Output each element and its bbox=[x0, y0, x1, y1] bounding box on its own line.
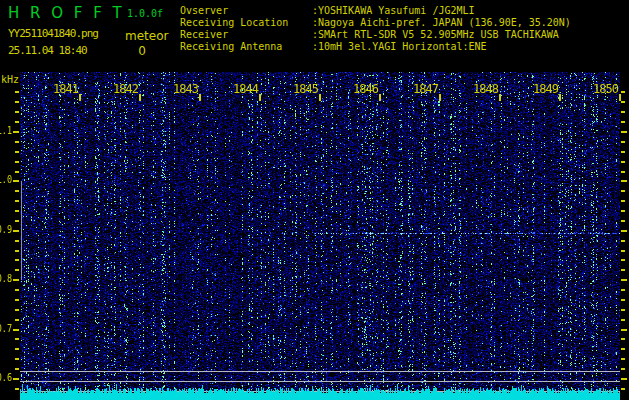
y-axis-label: 0.9 bbox=[0, 224, 12, 235]
x-axis-label: 1846 bbox=[353, 82, 378, 96]
y-axis-label: 1.0 bbox=[0, 174, 12, 185]
x-axis-tick bbox=[199, 94, 201, 101]
y-axis-tick-right bbox=[621, 299, 625, 301]
y-axis-tick-right bbox=[621, 338, 625, 340]
y-axis-tick-right bbox=[621, 250, 625, 252]
y-axis-label: 0.6 bbox=[0, 372, 12, 383]
y-axis-tick bbox=[15, 269, 19, 271]
spectrogram-canvas bbox=[20, 72, 620, 400]
info-row-observer: Ovserver:YOSHIKAWA Yasufumi /JG2MLI bbox=[180, 5, 571, 17]
y-axis-tick-right bbox=[621, 200, 625, 202]
mode-label: meteor bbox=[125, 29, 168, 43]
y-axis-unit: kHz bbox=[1, 74, 19, 85]
info-label: Ovserver bbox=[180, 5, 312, 17]
y-axis-tick-right bbox=[621, 358, 625, 360]
y-axis-tick bbox=[13, 329, 19, 331]
x-axis-tick bbox=[439, 94, 441, 101]
x-axis-label: 1850 bbox=[593, 82, 618, 96]
y-axis-tick-right bbox=[621, 230, 627, 232]
y-axis-tick-right bbox=[621, 220, 625, 222]
y-axis-tick-right bbox=[621, 101, 625, 103]
y-axis-tick-right bbox=[621, 378, 627, 380]
y-axis-tick bbox=[15, 91, 19, 93]
y-axis-tick bbox=[15, 200, 19, 202]
y-axis-tick-right bbox=[621, 180, 627, 182]
y-axis-tick bbox=[15, 240, 19, 242]
y-axis-tick bbox=[15, 309, 19, 311]
x-axis-label: 1849 bbox=[533, 82, 558, 96]
x-axis-tick bbox=[499, 94, 501, 101]
x-axis-tick bbox=[319, 94, 321, 101]
y-axis-tick bbox=[15, 388, 19, 390]
y-axis-tick-right bbox=[621, 190, 625, 192]
y-axis-tick bbox=[15, 319, 19, 321]
y-axis-tick bbox=[15, 368, 19, 370]
x-axis-tick bbox=[559, 94, 561, 101]
app-version: 1.0.0f bbox=[127, 8, 163, 19]
y-axis-tick-right bbox=[621, 348, 625, 350]
y-axis-label: 0.8 bbox=[0, 273, 12, 284]
y-axis-label: 1.1 bbox=[0, 125, 12, 136]
y-axis-label: 0.7 bbox=[0, 323, 12, 334]
y-axis-tick-right bbox=[621, 368, 625, 370]
x-axis-label: 1843 bbox=[173, 82, 198, 96]
y-axis-tick bbox=[13, 230, 19, 232]
info-row-antenna: Receiving Antenna:10mH 3el.YAGI Horizont… bbox=[180, 41, 571, 53]
x-axis-label: 1842 bbox=[113, 82, 138, 96]
x-axis-label: 1844 bbox=[233, 82, 258, 96]
x-axis-tick bbox=[379, 94, 381, 101]
y-axis-tick-right bbox=[621, 279, 627, 281]
info-value: :Nagoya Aichi-pref. JAPAN (136.90E, 35.2… bbox=[312, 17, 571, 28]
output-filename: YY2511041840.png bbox=[8, 27, 98, 40]
y-axis-tick bbox=[15, 161, 19, 163]
y-axis-tick bbox=[15, 299, 19, 301]
info-label: Receiver bbox=[180, 29, 312, 41]
y-axis-tick-right bbox=[621, 259, 625, 261]
y-axis-tick bbox=[13, 279, 19, 281]
y-axis-tick bbox=[13, 378, 19, 380]
y-axis-tick bbox=[15, 141, 19, 143]
y-axis-tick-right bbox=[621, 388, 625, 390]
x-axis-tick bbox=[79, 94, 81, 101]
y-axis-tick bbox=[15, 190, 19, 192]
y-axis-tick bbox=[15, 338, 19, 340]
y-axis-tick bbox=[15, 220, 19, 222]
y-axis-tick bbox=[15, 289, 19, 291]
y-axis-tick-right bbox=[621, 289, 625, 291]
x-axis-label: 1847 bbox=[413, 82, 438, 96]
info-value: :10mH 3el.YAGI Horizontal:ENE bbox=[312, 41, 487, 52]
station-info: Ovserver:YOSHIKAWA Yasufumi /JG2MLI Rece… bbox=[180, 5, 571, 53]
meteor-count: 0 bbox=[130, 44, 154, 58]
y-axis-tick-right bbox=[621, 141, 625, 143]
y-axis-tick bbox=[13, 180, 19, 182]
y-axis-tick bbox=[15, 121, 19, 123]
y-axis-tick bbox=[15, 101, 19, 103]
y-axis-tick bbox=[15, 210, 19, 212]
y-axis-tick bbox=[13, 131, 19, 133]
y-axis-tick-right bbox=[621, 121, 625, 123]
info-value: :YOSHIKAWA Yasufumi /JG2MLI bbox=[312, 5, 475, 16]
y-axis-tick-right bbox=[621, 309, 625, 311]
y-axis-tick-right bbox=[621, 151, 625, 153]
info-row-location: Receiving Location:Nagoya Aichi-pref. JA… bbox=[180, 17, 571, 29]
y-axis-tick-right bbox=[621, 210, 625, 212]
app-title: H R O F F T bbox=[8, 4, 125, 22]
y-axis-tick-right bbox=[621, 319, 625, 321]
y-axis-tick bbox=[15, 151, 19, 153]
y-axis-tick bbox=[15, 111, 19, 113]
y-axis-tick-right bbox=[621, 111, 625, 113]
x-axis-label: 1848 bbox=[473, 82, 498, 96]
y-axis-tick-right bbox=[621, 171, 625, 173]
info-value: :SMArt RTL-SDR V5 52.905MHz USB TACHIKAW… bbox=[312, 29, 559, 40]
y-axis-tick-right bbox=[621, 240, 625, 242]
y-axis-tick-right bbox=[621, 131, 627, 133]
x-axis-tick bbox=[139, 94, 141, 101]
y-axis-tick-right bbox=[621, 269, 625, 271]
y-axis-tick-right bbox=[621, 91, 625, 93]
x-axis-label: 1845 bbox=[293, 82, 318, 96]
x-axis-label: 1841 bbox=[53, 82, 78, 96]
info-row-receiver: Receiver:SMArt RTL-SDR V5 52.905MHz USB … bbox=[180, 29, 571, 41]
y-axis-tick-right bbox=[621, 329, 627, 331]
y-axis-tick-right bbox=[621, 161, 625, 163]
x-axis-tick bbox=[259, 94, 261, 101]
